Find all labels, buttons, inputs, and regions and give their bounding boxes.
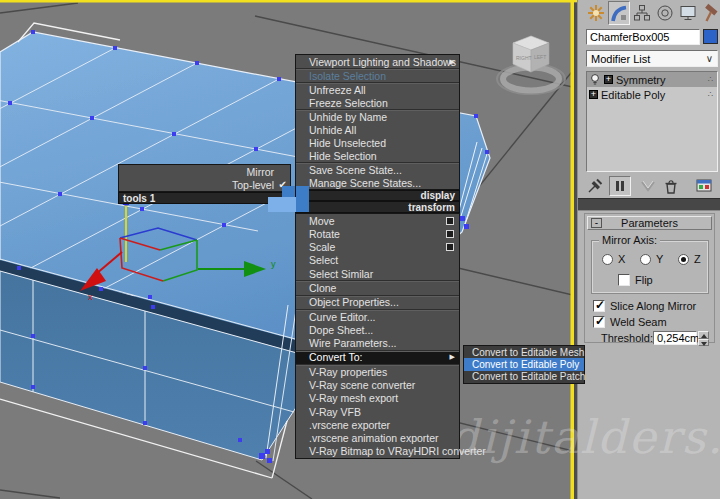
- flip-checkbox-box[interactable]: [618, 274, 630, 286]
- motion-icon: [655, 3, 675, 23]
- lightbulb-icon[interactable]: [589, 73, 601, 86]
- quad-center-square-active: [268, 197, 296, 212]
- collapse-icon[interactable]: -: [591, 218, 602, 228]
- slice-checkbox-box[interactable]: [593, 300, 605, 312]
- pin-stack-button[interactable]: [584, 176, 606, 196]
- weld-checkbox-box[interactable]: [593, 316, 605, 328]
- row-handle-dots: ∴: [708, 75, 714, 84]
- threshold-input[interactable]: 0,254cm: [653, 331, 697, 345]
- menu-item-dope-sheet[interactable]: Dope Sheet...: [296, 323, 459, 336]
- weld-seam-checkbox[interactable]: Weld Seam: [593, 316, 667, 328]
- tab-modify[interactable]: [608, 1, 630, 25]
- menu-item-curve-editor[interactable]: Curve Editor...: [296, 309, 459, 323]
- pushpin-icon: [586, 177, 604, 195]
- flip-checkbox[interactable]: Flip: [618, 274, 653, 286]
- menu-item-unfreeze-all[interactable]: Unfreeze All: [296, 82, 459, 96]
- menu-item-convert-to[interactable]: Convert To: ▶: [296, 350, 459, 364]
- show-end-result-button[interactable]: [609, 176, 631, 196]
- utilities-icon: [701, 3, 720, 23]
- menu-item-vrscene-exporter[interactable]: .vrscene exporter: [296, 418, 459, 431]
- menu-item-select-similar[interactable]: Select Similar: [296, 267, 459, 280]
- menu-item-hide-selection[interactable]: Hide Selection: [296, 149, 459, 162]
- submenu-item-editable-poly[interactable]: Convert to Editable Poly: [464, 358, 584, 370]
- submenu-arrow-icon: ▶: [450, 353, 455, 361]
- radio-y[interactable]: Y: [640, 253, 663, 265]
- radio-x[interactable]: X: [602, 253, 625, 265]
- tab-hierarchy[interactable]: [631, 1, 653, 25]
- panel-splitter[interactable]: [578, 198, 720, 211]
- stack-row-symmetry[interactable]: + Symmetry ∴: [587, 72, 717, 87]
- menu-item-vray-bitmap-converter[interactable]: V-Ray Bitmap to VRayHDRI converter: [296, 445, 459, 458]
- viewport-canvas: x y RIGHT LEFT: [0, 0, 577, 499]
- expand-icon[interactable]: +: [604, 75, 613, 84]
- mirror-axis-label: Mirror Axis:: [599, 234, 660, 246]
- configure-sets-icon: [695, 178, 713, 194]
- menu-item-wire-parameters[interactable]: Wire Parameters...: [296, 337, 459, 350]
- menu-item-isolate-selection: Isolate Selection: [296, 68, 459, 82]
- viewport[interactable]: x y RIGHT LEFT: [0, 0, 577, 499]
- spinner-down-icon[interactable]: [698, 339, 709, 347]
- convert-to-submenu: Convert to Editable Mesh Convert to Edit…: [463, 345, 585, 384]
- modify-icon: [609, 3, 629, 23]
- submenu-item-editable-patch[interactable]: Convert to Editable Patch: [464, 371, 584, 383]
- modifier-list-dropdown[interactable]: Modifier List ∨: [586, 50, 718, 67]
- submenu-item-editable-mesh[interactable]: Convert to Editable Mesh: [464, 346, 584, 358]
- viewcube-right-face-label: LEFT: [534, 54, 546, 60]
- menu-item-move[interactable]: Move: [296, 214, 459, 227]
- parameters-rollout-header[interactable]: - Parameters: [587, 216, 712, 230]
- slice-along-mirror-checkbox[interactable]: Slice Along Mirror: [593, 300, 696, 312]
- menu-item-manage-scene-states[interactable]: Manage Scene States...: [296, 176, 459, 189]
- menu-item-select[interactable]: Select: [296, 254, 459, 267]
- submenu-arrow-icon: ▶: [450, 58, 455, 66]
- tab-display[interactable]: [677, 1, 699, 25]
- row-handle-dots: ∴: [708, 90, 714, 99]
- menu-item-vray-properties[interactable]: V-Ray properties: [296, 364, 459, 378]
- viewcube-left-face-label: RIGHT: [516, 55, 532, 61]
- menu-item-vray-mesh-export[interactable]: V-Ray mesh export: [296, 392, 459, 405]
- menu-item-vrscene-animation-exporter[interactable]: .vrscene animation exporter: [296, 432, 459, 445]
- menu-item-scale[interactable]: Scale: [296, 241, 459, 254]
- radio-z[interactable]: Z: [678, 253, 701, 265]
- menu-item-clone[interactable]: Clone: [296, 280, 459, 294]
- display-icon: [678, 3, 698, 23]
- object-name-input[interactable]: ChamferBox005: [586, 29, 700, 45]
- make-unique-button[interactable]: [637, 176, 659, 196]
- configure-modifier-sets-button[interactable]: [693, 176, 715, 196]
- command-panel-tabs: [578, 0, 720, 26]
- trash-icon: [661, 177, 679, 195]
- show-end-result-icon: [613, 179, 627, 193]
- remove-modifier-button[interactable]: [659, 176, 681, 196]
- transform-quad-menu: Move Rotate Scale Select Select Similar …: [295, 213, 460, 459]
- tab-motion[interactable]: [654, 1, 676, 25]
- settings-box-icon[interactable]: [446, 230, 454, 238]
- modifier-stack: + Symmetry ∴ + Editable Poly ∴: [586, 71, 718, 172]
- radio-x-circle[interactable]: [602, 254, 613, 265]
- tools-quad-menu: Mirror Top-level ✔: [118, 164, 291, 192]
- transform-quad-title[interactable]: transform: [295, 201, 460, 213]
- menu-item-viewport-lighting[interactable]: Viewport Lighting and Shadows ▶: [296, 55, 459, 68]
- menu-item-unhide-all[interactable]: Unhide All: [296, 123, 459, 136]
- menu-item-top-level[interactable]: Top-level ✔: [119, 178, 290, 191]
- spinner-up-icon[interactable]: [698, 331, 709, 339]
- tab-create[interactable]: [585, 1, 607, 25]
- menu-item-object-properties[interactable]: Object Properties...: [296, 295, 459, 309]
- object-color-swatch[interactable]: [703, 29, 718, 44]
- menu-item-hide-unselected[interactable]: Hide Unselected: [296, 136, 459, 149]
- radio-y-circle[interactable]: [640, 254, 651, 265]
- stack-row-editable-poly[interactable]: + Editable Poly ∴: [587, 87, 717, 102]
- menu-item-unhide-by-name[interactable]: Unhide by Name: [296, 109, 459, 123]
- threshold-spinner[interactable]: [698, 331, 709, 346]
- menu-item-mirror[interactable]: Mirror: [119, 165, 290, 178]
- menu-item-rotate[interactable]: Rotate: [296, 227, 459, 240]
- menu-item-freeze-selection[interactable]: Freeze Selection: [296, 96, 459, 109]
- menu-item-vray-scene-converter[interactable]: V-Ray scene converter: [296, 378, 459, 391]
- expand-icon[interactable]: +: [589, 90, 598, 99]
- tab-utilities[interactable]: [700, 1, 720, 25]
- radio-z-circle[interactable]: [678, 254, 689, 265]
- menu-item-vray-vfb[interactable]: V-Ray VFB: [296, 405, 459, 418]
- menu-item-save-scene-state[interactable]: Save Scene State...: [296, 162, 459, 176]
- display-quad-title[interactable]: display: [295, 190, 460, 201]
- settings-box-icon[interactable]: [446, 243, 454, 251]
- quad-center-square: [282, 186, 295, 197]
- settings-box-icon[interactable]: [446, 217, 454, 225]
